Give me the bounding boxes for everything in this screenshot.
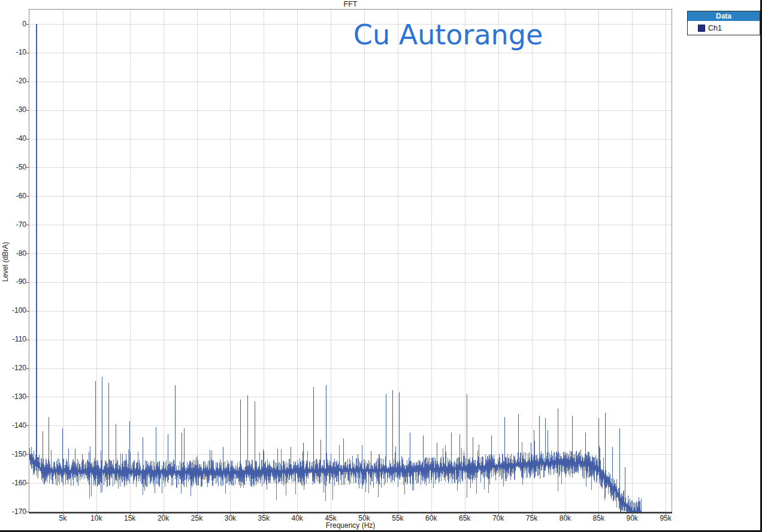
x-tick-label: 25k xyxy=(191,514,202,522)
grid-layer xyxy=(29,9,672,512)
tick-marks xyxy=(26,25,666,515)
y-tick-label: -110 xyxy=(0,335,26,343)
y-tick-label: -50 xyxy=(0,164,26,171)
x-tick-label: 90k xyxy=(627,514,638,522)
y-tick-label: -170 xyxy=(0,508,26,516)
x-tick-label: 80k xyxy=(560,514,571,522)
legend-header: Data xyxy=(688,11,760,21)
fft-analyzer-window: FFT Cu Autorange Frequency (Hz) Level (d… xyxy=(0,0,762,532)
y-tick-label: -90 xyxy=(0,278,26,286)
legend-item-ch1[interactable]: Ch1 xyxy=(688,21,760,35)
x-tick-label: 45k xyxy=(325,514,336,522)
x-tick-label: 50k xyxy=(358,514,370,522)
y-tick-label: -70 xyxy=(0,221,26,229)
y-axis-label: Level (dBrA) xyxy=(1,223,10,301)
x-tick-label: 15k xyxy=(124,514,135,522)
y-tick-label: -120 xyxy=(0,364,26,372)
y-tick-label: -130 xyxy=(0,393,26,401)
x-tick-label: 85k xyxy=(593,514,604,522)
y-tick-label: -30 xyxy=(0,106,26,114)
y-tick-label: -140 xyxy=(0,422,26,430)
y-tick-label: -40 xyxy=(0,135,26,143)
legend-box: Data Ch1 xyxy=(687,11,760,35)
x-tick-label: 75k xyxy=(526,514,537,522)
legend-item-label: Ch1 xyxy=(708,24,722,32)
y-tick-label: -160 xyxy=(0,479,26,487)
x-tick-label: 70k xyxy=(492,514,504,522)
fft-trace-ch1 xyxy=(30,24,642,512)
x-tick-label: 5k xyxy=(59,514,67,522)
plot-border xyxy=(29,10,672,512)
y-tick-label: -10 xyxy=(0,49,26,56)
y-tick-label: -80 xyxy=(0,250,26,258)
x-tick-label: 20k xyxy=(158,514,169,522)
fft-plot-area[interactable] xyxy=(0,0,762,532)
y-tick-label: 0 xyxy=(0,20,26,28)
x-tick-label: 30k xyxy=(225,514,236,522)
y-tick-label: -100 xyxy=(0,307,26,315)
x-tick-label: 95k xyxy=(660,514,671,522)
x-tick-label: 65k xyxy=(459,514,470,522)
legend-swatch-ch1 xyxy=(698,25,705,32)
annotation-text: Cu Autorange xyxy=(353,19,543,51)
x-tick-label: 35k xyxy=(258,514,270,522)
y-tick-label: -150 xyxy=(0,451,26,458)
x-tick-label: 40k xyxy=(292,514,303,522)
y-tick-label: -60 xyxy=(0,192,26,200)
x-axis-label: Frequency (Hz) xyxy=(29,521,672,530)
x-tick-label: 55k xyxy=(392,514,403,522)
x-tick-label: 60k xyxy=(425,514,437,522)
y-tick-label: -20 xyxy=(0,77,26,85)
x-tick-label: 10k xyxy=(90,514,102,522)
